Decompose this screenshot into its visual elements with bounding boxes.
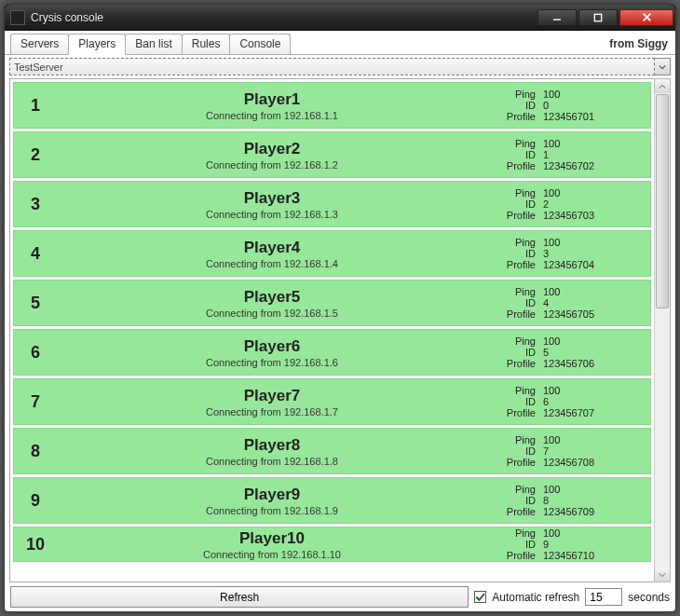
- maximize-button[interactable]: [578, 9, 618, 26]
- player-row[interactable]: 8Player8Connecting from 192.168.1.8Ping1…: [13, 428, 651, 474]
- id-value: 2: [543, 198, 645, 210]
- profile-value: 123456708: [543, 457, 645, 468]
- id-value: 1: [543, 149, 645, 160]
- profile-value: 123456702: [543, 160, 645, 171]
- profile-label: Profile: [487, 358, 543, 369]
- profile-label: Profile: [487, 160, 543, 171]
- player-row[interactable]: 7Player7Connecting from 192.168.1.7Ping1…: [13, 378, 651, 425]
- player-connection: Connecting from 192.168.1.4: [206, 258, 338, 269]
- scroll-track[interactable]: [655, 93, 670, 568]
- player-info: Player7Connecting from 192.168.1.7: [57, 379, 487, 424]
- id-label: ID: [487, 100, 543, 111]
- vertical-scrollbar[interactable]: [654, 79, 670, 582]
- player-row[interactable]: 4Player4Connecting from 192.168.1.4Ping1…: [13, 230, 651, 277]
- app-window: Crysis console ServersPlayersBan listRul…: [4, 4, 676, 612]
- profile-label: Profile: [487, 506, 543, 517]
- id-value: 5: [543, 347, 645, 358]
- id-value: 9: [543, 539, 645, 550]
- profile-value: 123456701: [543, 111, 645, 122]
- profile-label: Profile: [487, 550, 543, 561]
- server-select[interactable]: TestServer: [9, 58, 655, 75]
- tab-console[interactable]: Console: [229, 34, 291, 54]
- id-label: ID: [487, 248, 543, 259]
- seconds-label: seconds: [628, 591, 670, 604]
- ping-value: 100: [543, 385, 645, 396]
- chevron-down-icon: [659, 63, 666, 71]
- player-connection: Connecting from 192.168.1.10: [203, 549, 341, 560]
- close-button[interactable]: [619, 9, 673, 26]
- player-connection: Connecting from 192.168.1.8: [206, 456, 338, 467]
- player-info: Player3Connecting from 192.168.1.3: [57, 182, 487, 226]
- player-stats: Ping100ID9Profile123456710: [487, 527, 650, 561]
- server-selector-row: TestServer: [5, 55, 675, 78]
- id-value: 8: [543, 495, 645, 506]
- player-row[interactable]: 5Player5Connecting from 192.168.1.5Ping1…: [13, 280, 651, 326]
- auto-refresh-checkbox[interactable]: [474, 591, 486, 603]
- profile-label: Profile: [487, 259, 543, 270]
- player-connection: Connecting from 192.168.1.2: [206, 159, 338, 171]
- ping-label: Ping: [487, 484, 543, 495]
- player-row[interactable]: 1Player1Connecting from 192.168.1.1Ping1…: [13, 82, 651, 129]
- player-connection: Connecting from 192.168.1.6: [206, 357, 338, 368]
- player-info: Player9Connecting from 192.168.1.9: [57, 478, 487, 523]
- player-row[interactable]: 9Player9Connecting from 192.168.1.9Ping1…: [13, 477, 651, 524]
- tab-players[interactable]: Players: [68, 34, 126, 55]
- player-row[interactable]: 6Player6Connecting from 192.168.1.6Ping1…: [13, 329, 651, 376]
- profile-label: Profile: [487, 210, 543, 221]
- tab-bar: ServersPlayersBan listRulesConsole from …: [5, 31, 675, 55]
- refresh-button-label: Refresh: [220, 591, 259, 604]
- id-value: 4: [543, 297, 645, 308]
- profile-value: 123456704: [543, 259, 645, 270]
- player-row[interactable]: 3Player3Connecting from 192.168.1.3Ping1…: [13, 181, 651, 227]
- server-select-dropdown-button[interactable]: [655, 58, 671, 75]
- scroll-down-button[interactable]: [654, 567, 671, 582]
- player-info: Player1Connecting from 192.168.1.1: [57, 83, 487, 128]
- scroll-thumb[interactable]: [656, 94, 669, 308]
- player-row[interactable]: 2Player2Connecting from 192.168.1.2Ping1…: [13, 131, 651, 178]
- player-rank: 3: [14, 182, 57, 226]
- player-stats: Ping100ID7Profile123456708: [487, 429, 650, 473]
- ping-value: 100: [543, 187, 645, 198]
- minimize-button[interactable]: [537, 9, 577, 26]
- id-label: ID: [487, 445, 543, 457]
- id-value: 0: [543, 100, 645, 111]
- player-rank: 4: [14, 231, 57, 276]
- player-rank: 1: [14, 83, 57, 128]
- check-icon: [475, 592, 485, 602]
- id-label: ID: [487, 396, 543, 407]
- player-name: Player1: [244, 90, 301, 109]
- id-label: ID: [487, 198, 543, 210]
- ping-value: 100: [543, 237, 645, 248]
- scroll-up-button[interactable]: [654, 78, 671, 94]
- refresh-button[interactable]: Refresh: [10, 586, 469, 608]
- profile-value: 123456710: [543, 550, 645, 561]
- player-stats: Ping100ID0Profile123456701: [487, 83, 650, 128]
- ping-label: Ping: [487, 385, 543, 396]
- profile-value: 123456705: [543, 308, 645, 320]
- player-name: Player4: [244, 239, 301, 257]
- player-list-container: 1Player1Connecting from 192.168.1.1Ping1…: [9, 78, 671, 582]
- profile-label: Profile: [487, 407, 543, 418]
- player-rank: 9: [14, 478, 57, 523]
- ping-label: Ping: [487, 335, 543, 347]
- id-label: ID: [487, 347, 543, 358]
- tab-rules[interactable]: Rules: [182, 34, 231, 54]
- player-stats: Ping100ID5Profile123456706: [487, 330, 650, 375]
- player-rank: 8: [14, 429, 57, 473]
- profile-value: 123456703: [543, 210, 645, 221]
- tab-ban-list[interactable]: Ban list: [125, 34, 182, 54]
- player-name: Player9: [244, 486, 301, 504]
- svg-rect-1: [594, 14, 601, 21]
- profile-label: Profile: [487, 111, 543, 122]
- refresh-interval-input[interactable]: [585, 588, 622, 606]
- player-row[interactable]: 10Player10Connecting from 192.168.1.10Pi…: [13, 527, 651, 562]
- ping-value: 100: [543, 89, 645, 100]
- player-info: Player8Connecting from 192.168.1.8: [57, 429, 487, 473]
- titlebar[interactable]: Crysis console: [5, 5, 675, 31]
- profile-value: 123456707: [543, 407, 645, 418]
- tab-servers[interactable]: Servers: [10, 34, 69, 54]
- player-connection: Connecting from 192.168.1.5: [206, 308, 338, 319]
- profile-value: 123456706: [543, 358, 645, 369]
- ping-label: Ping: [487, 286, 543, 297]
- ping-value: 100: [543, 286, 645, 297]
